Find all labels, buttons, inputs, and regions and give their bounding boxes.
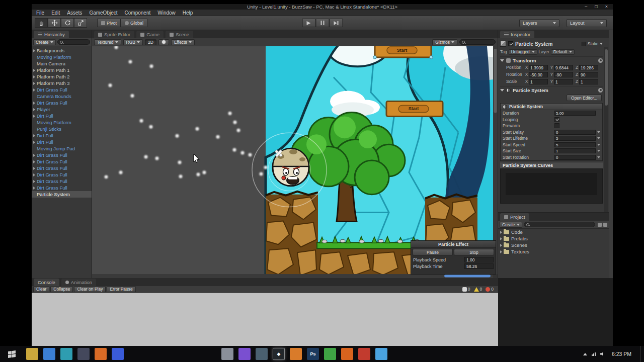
play-button[interactable]: [302, 19, 315, 27]
particle-effect-value-field[interactable]: 58.26: [464, 263, 494, 269]
menu-item[interactable]: File: [33, 10, 48, 16]
property-value-field[interactable]: 0: [554, 155, 596, 160]
minimize-button[interactable]: –: [585, 4, 587, 10]
gear-icon[interactable]: [598, 58, 603, 63]
menu-item[interactable]: Edit: [48, 10, 63, 16]
taskbar-app-indigo[interactable]: [112, 348, 124, 360]
rotate-tool-icon[interactable]: [61, 18, 74, 28]
scene-canvas[interactable]: Start Start: [92, 46, 498, 278]
expand-arrow-icon[interactable]: [500, 237, 502, 240]
lock-icon[interactable]: [603, 223, 607, 227]
static-checkbox[interactable]: [582, 42, 586, 46]
expand-arrow-icon[interactable]: [33, 108, 35, 111]
taskbar-app-teal[interactable]: [60, 348, 72, 360]
menu-item[interactable]: GameObject: [86, 10, 121, 16]
hierarchy-item[interactable]: Player: [32, 106, 92, 113]
expand-arrow-icon[interactable]: [500, 250, 502, 253]
taskbar-app-purple[interactable]: [238, 348, 251, 360]
scene-lighting-button[interactable]: [158, 39, 169, 45]
expand-arrow-icon[interactable]: [33, 187, 35, 190]
platform-start-1[interactable]: Start: [373, 46, 433, 59]
tab-inspector[interactable]: Inspector: [500, 31, 534, 38]
static-toggle[interactable]: Static: [582, 41, 603, 46]
scene-search-input[interactable]: [466, 40, 493, 44]
tab-project[interactable]: Project: [500, 213, 529, 221]
layer-dropdown[interactable]: Default: [551, 49, 575, 55]
scene-search[interactable]: [459, 39, 496, 45]
menu-item[interactable]: Component: [121, 10, 154, 16]
project-folder[interactable]: Prefabs: [498, 235, 609, 242]
hierarchy-item[interactable]: Moving Platform: [32, 119, 92, 126]
hierarchy-search-input[interactable]: [64, 40, 88, 44]
hierarchy-item[interactable]: Particle System: [32, 191, 92, 198]
x-field[interactable]: 1: [529, 79, 548, 84]
show-desktop-button[interactable]: [640, 346, 643, 362]
global-toggle-button[interactable]: Global: [121, 19, 147, 27]
tab-console[interactable]: Console: [34, 279, 59, 286]
inspector-scrollbar[interactable]: [604, 47, 608, 212]
hierarchy-item[interactable]: Dirt Full: [32, 139, 92, 145]
hierarchy-item[interactable]: Moving Platform: [32, 54, 92, 60]
y-field[interactable]: 1: [554, 79, 573, 84]
project-folder[interactable]: Textures: [498, 248, 609, 255]
shading-mode-dropdown[interactable]: Textured: [94, 39, 121, 45]
hierarchy-item[interactable]: Dirt Grass Full: [32, 152, 92, 158]
x-field[interactable]: 1.3909: [529, 65, 548, 70]
gameobject-name[interactable]: Particle System: [515, 41, 580, 47]
project-search-input[interactable]: [530, 222, 593, 227]
taskbar-app-blue[interactable]: [43, 348, 55, 360]
y-field[interactable]: -90: [554, 72, 573, 77]
expand-arrow-icon[interactable]: [33, 160, 35, 163]
taskbar-app-slate[interactable]: [256, 348, 268, 360]
console-toolbar-button[interactable]: Clear on Play: [74, 287, 106, 292]
expand-arrow-icon[interactable]: [33, 69, 35, 72]
console-counter[interactable]: 0: [474, 287, 482, 292]
taskbar-app-green[interactable]: [324, 348, 336, 360]
hierarchy-item[interactable]: Dirt Grass Full: [32, 171, 92, 178]
move-tool-icon[interactable]: [48, 18, 61, 28]
inspector-scrollbar-thumb[interactable]: [605, 49, 608, 106]
dropdown-caret-icon[interactable]: [597, 137, 600, 139]
show-hidden-icons-icon[interactable]: [583, 353, 587, 355]
scene-view-tab[interactable]: Sprite Editor: [94, 31, 134, 38]
tag-dropdown[interactable]: Untagged: [509, 49, 537, 55]
menu-item[interactable]: Assets: [63, 10, 86, 16]
console-counter[interactable]: 0: [462, 287, 470, 292]
expand-arrow-icon[interactable]: [500, 244, 502, 247]
hierarchy-item[interactable]: Dirt Grass Full: [32, 100, 92, 106]
property-checkbox[interactable]: [554, 123, 559, 128]
scene-view-tab[interactable]: Game: [136, 31, 164, 38]
property-value-field[interactable]: 5.00: [554, 111, 596, 116]
title-bar[interactable]: Unity - Level1.unity - BuzzSaw - PC, Mac…: [32, 4, 613, 10]
property-value-field[interactable]: 5: [554, 142, 596, 147]
expand-arrow-icon[interactable]: [33, 88, 35, 92]
hierarchy-item[interactable]: Moving Jump Pad: [32, 145, 92, 152]
expand-arrow-icon[interactable]: [33, 167, 35, 170]
particle-module-header[interactable]: Particle System: [501, 104, 602, 110]
gizmos-dropdown[interactable]: Gizmos: [432, 39, 457, 45]
taskbar-blender[interactable]: [290, 348, 302, 360]
hierarchy-item[interactable]: Dirt Grass Full: [32, 86, 92, 93]
pause-particles-button[interactable]: Pause: [413, 249, 453, 255]
console-toolbar-button[interactable]: Collapse: [50, 287, 73, 292]
taskbar-photoshop[interactable]: Ps: [307, 348, 319, 360]
transform-component-header[interactable]: Transform: [500, 56, 603, 64]
hierarchy-item[interactable]: Dirt Full: [32, 132, 92, 139]
close-button[interactable]: ×: [605, 4, 608, 10]
pivot-toggle-button[interactable]: Pivot: [97, 19, 121, 27]
property-checkbox[interactable]: [554, 117, 559, 122]
expand-arrow-icon[interactable]: [33, 102, 35, 105]
expand-arrow-icon[interactable]: [33, 180, 35, 183]
menu-item[interactable]: Window: [154, 10, 179, 16]
console-toolbar-button[interactable]: Clear: [33, 287, 49, 292]
taskbar-app-red[interactable]: [358, 348, 370, 360]
volume-icon[interactable]: [600, 352, 603, 356]
hierarchy-item[interactable]: Platform Path 2: [32, 73, 92, 80]
console-counter[interactable]: 0: [486, 287, 494, 292]
pause-button[interactable]: [315, 19, 329, 27]
gear-icon[interactable]: [598, 88, 603, 93]
taskbar-app-grey[interactable]: [221, 348, 233, 360]
hierarchy-item[interactable]: Dirt Grass Full: [32, 178, 92, 185]
project-create-button[interactable]: Create: [500, 222, 522, 228]
z-field[interactable]: 1: [579, 79, 598, 84]
